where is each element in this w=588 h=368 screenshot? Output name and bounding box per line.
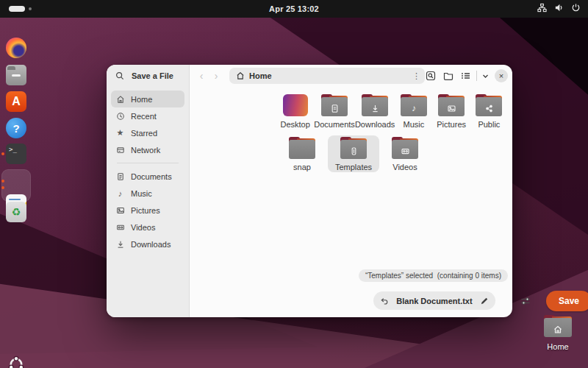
folder-item-public[interactable]: Public — [470, 93, 508, 130]
files-app-icon[interactable] — [6, 65, 26, 85]
file-grid: Desktop Documents Downloads — [276, 93, 508, 172]
network-icon — [537, 3, 547, 13]
folder-label: Desktop — [276, 120, 314, 129]
document-icon — [115, 172, 125, 181]
folder-item-pictures[interactable]: Pictures — [433, 93, 470, 130]
running-indicator-dot — [1, 186, 4, 189]
dock: A ? >_ ♻ — [0, 18, 32, 368]
folder-icon — [437, 94, 465, 116]
sidebar-divider — [117, 163, 179, 163]
filename-value[interactable]: Blank Document.txt — [389, 297, 480, 305]
folder-item-templates-selected[interactable]: Templates — [328, 135, 379, 172]
view-options-chevron-button[interactable] — [478, 67, 492, 85]
save-file-dialog: Save a File Home Recent ★ Starred Networ — [107, 65, 512, 317]
home-emblem-icon — [543, 321, 573, 337]
search-folder-button[interactable] — [422, 67, 440, 85]
folder-label: Videos — [379, 163, 431, 171]
new-folder-button[interactable] — [440, 67, 457, 85]
download-icon — [115, 240, 125, 249]
share-emblem-icon — [475, 100, 503, 116]
selection-status: “Templates” selected (containing 0 items… — [359, 269, 508, 282]
recycle-icon: ♻ — [12, 206, 21, 218]
clock[interactable]: Apr 25 13:02 — [0, 4, 588, 13]
filename-field[interactable]: Blank Document.txt — [373, 291, 495, 310]
save-button[interactable]: Save — [546, 291, 588, 311]
sidebar-item-label: Videos — [131, 223, 155, 232]
folder-label: Music — [395, 120, 432, 129]
music-emblem-icon: ♪ — [400, 100, 428, 116]
desktop-screen: Apr 25 13:02 A ? >_ — [0, 0, 588, 368]
sidebar-item-label: Music — [131, 189, 152, 198]
folder-label: snap — [276, 163, 328, 171]
home-icon — [236, 71, 245, 80]
folder-item-music[interactable]: ♪ Music — [395, 93, 432, 130]
sidebar-item-label: Pictures — [131, 206, 160, 215]
template-emblem-icon — [340, 143, 368, 159]
sidebar-item-recent[interactable]: Recent — [111, 107, 184, 124]
sidebar-item-downloads[interactable]: Downloads — [111, 236, 184, 252]
clock-icon — [115, 112, 125, 121]
sidebar-item-home[interactable]: Home — [111, 91, 184, 107]
folder-icon — [391, 137, 419, 159]
dialog-title: Save a File — [132, 71, 173, 80]
forward-button[interactable]: › — [209, 70, 223, 82]
system-tray[interactable] — [537, 3, 581, 13]
toolbar-separator — [476, 71, 477, 81]
sidebar-list: Home Recent ★ Starred Network Docume — [107, 87, 189, 256]
help-app-icon[interactable]: ? — [6, 118, 26, 138]
download-emblem-icon — [361, 100, 389, 116]
folder-icon — [288, 137, 316, 159]
path-menu-button[interactable]: ⋮ — [412, 71, 420, 81]
power-icon — [571, 3, 581, 13]
terminal-app-icon[interactable]: >_ — [6, 144, 26, 164]
app-center-icon[interactable]: A — [6, 91, 26, 112]
folder-label: Documents — [314, 120, 355, 129]
path-location-label: Home — [249, 71, 408, 80]
app-center-letter: A — [12, 95, 21, 108]
folder-item-videos[interactable]: Videos — [379, 135, 431, 172]
dialog-footer: Blank Document.txt Save — [190, 288, 512, 317]
desktop-folder-icon — [283, 94, 308, 116]
folder-label: Templates — [328, 163, 379, 171]
grid-row: snap Templates Videos — [276, 135, 508, 172]
file-format-options-button[interactable] — [519, 294, 532, 308]
trash-icon[interactable]: ♻ — [6, 202, 26, 222]
sidebar-item-pictures[interactable]: Pictures — [111, 202, 184, 219]
edit-pencil-icon[interactable] — [480, 297, 489, 305]
home-icon — [115, 95, 125, 104]
folder-label: Public — [470, 120, 508, 129]
folder-item-downloads[interactable]: Downloads — [355, 93, 395, 130]
path-bar[interactable]: Home ⋮ — [229, 68, 425, 84]
image-emblem-icon — [437, 100, 465, 116]
video-emblem-icon — [391, 143, 419, 159]
desktop-home-label: Home — [541, 342, 575, 351]
folder-item-snap[interactable]: snap — [276, 135, 328, 172]
firefox-icon[interactable] — [6, 38, 26, 58]
top-bar: Apr 25 13:02 — [0, 0, 588, 18]
folder-icon: ♪ — [400, 94, 428, 116]
music-note-icon: ♪ — [115, 189, 125, 198]
folder-item-desktop[interactable]: Desktop — [276, 93, 314, 130]
show-apps-ubuntu-logo-icon[interactable] — [7, 355, 26, 368]
folder-item-documents[interactable]: Documents — [314, 93, 355, 130]
sidebar-item-network[interactable]: Network — [111, 141, 184, 158]
running-indicator-dot — [1, 180, 4, 183]
view-list-button[interactable] — [457, 67, 475, 85]
close-button[interactable]: × — [495, 69, 508, 82]
volume-icon — [554, 3, 564, 13]
desktop-home-folder[interactable]: Home — [541, 315, 575, 351]
sidebar-item-videos[interactable]: Videos — [111, 219, 184, 236]
folder-icon — [320, 94, 348, 116]
document-emblem-icon — [320, 100, 348, 116]
sidebar-item-documents[interactable]: Documents — [111, 168, 184, 185]
sidebar-item-music[interactable]: ♪ Music — [111, 185, 184, 202]
sidebar-item-starred[interactable]: ★ Starred — [111, 124, 184, 141]
search-icon[interactable] — [115, 71, 124, 80]
grid-row: Desktop Documents Downloads — [276, 93, 508, 130]
sidebar-item-label: Downloads — [131, 240, 171, 249]
back-button[interactable]: ‹ — [194, 70, 209, 82]
star-icon: ★ — [115, 128, 125, 138]
dialog-sidebar: Save a File Home Recent ★ Starred Networ — [107, 65, 190, 317]
sidebar-item-label: Network — [131, 146, 160, 155]
undo-icon[interactable] — [380, 297, 389, 305]
